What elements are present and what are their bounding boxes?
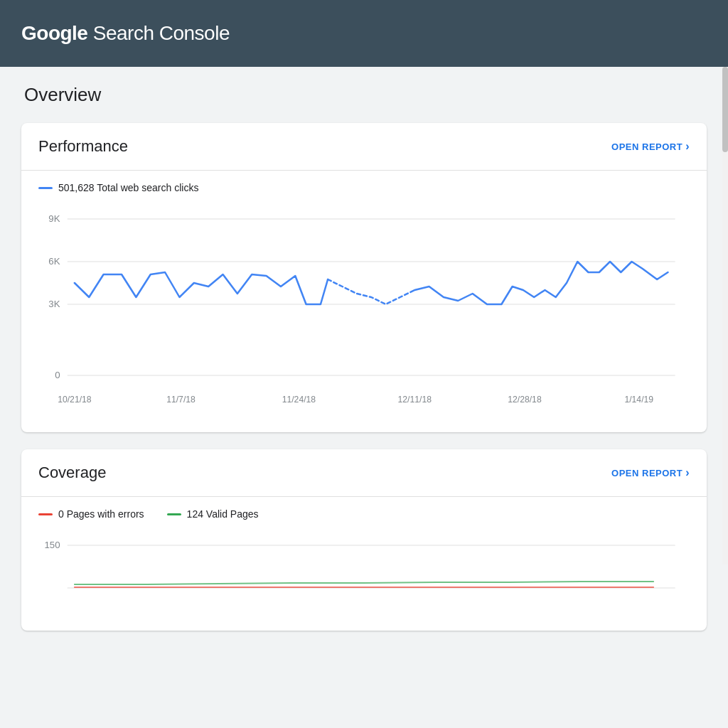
performance-legend-item: 501,628 Total web search clicks xyxy=(38,182,198,193)
performance-open-report-label: OPEN REPORT xyxy=(611,141,682,152)
svg-text:6K: 6K xyxy=(48,256,60,267)
svg-text:10/21/18: 10/21/18 xyxy=(58,395,92,405)
coverage-valid-line-icon xyxy=(167,513,181,515)
coverage-card: Coverage OPEN REPORT › 0 Pages with erro… xyxy=(21,449,707,631)
performance-card-header: Performance OPEN REPORT › xyxy=(21,123,707,171)
svg-text:150: 150 xyxy=(44,540,60,550)
performance-legend: 501,628 Total web search clicks xyxy=(21,171,707,199)
coverage-open-report-link[interactable]: OPEN REPORT › xyxy=(611,466,690,479)
coverage-legend: 0 Pages with errors 124 Valid Pages xyxy=(21,497,707,525)
coverage-card-title: Coverage xyxy=(38,464,106,482)
coverage-errors-legend-item: 0 Pages with errors xyxy=(38,508,144,520)
app-header: Google Search Console xyxy=(0,0,728,67)
page-content: Overview Performance OPEN REPORT › 501,6… xyxy=(0,67,728,665)
coverage-valid-label: 124 Valid Pages xyxy=(187,508,259,520)
svg-text:11/24/18: 11/24/18 xyxy=(282,395,316,405)
coverage-open-report-label: OPEN REPORT xyxy=(611,468,682,478)
coverage-chevron-icon: › xyxy=(685,466,690,479)
svg-text:12/28/18: 12/28/18 xyxy=(508,395,542,405)
svg-text:3K: 3K xyxy=(48,299,60,309)
performance-card: Performance OPEN REPORT › 501,628 Total … xyxy=(21,123,707,432)
page-title: Overview xyxy=(21,84,707,106)
scrollbar[interactable] xyxy=(722,67,728,564)
performance-chevron-icon: › xyxy=(685,140,690,153)
coverage-chart: 150 xyxy=(38,531,690,616)
svg-text:9K: 9K xyxy=(48,213,60,224)
performance-legend-line-icon xyxy=(38,187,53,189)
svg-text:1/14/19: 1/14/19 xyxy=(624,395,653,405)
title-rest: Search Console xyxy=(87,22,230,44)
app-title: Google Search Console xyxy=(21,22,230,45)
coverage-chart-container: 150 xyxy=(21,525,707,631)
coverage-errors-line-icon xyxy=(38,513,53,515)
svg-text:12/11/18: 12/11/18 xyxy=(397,395,432,405)
svg-text:0: 0 xyxy=(55,370,60,380)
title-google: Google xyxy=(21,22,87,44)
performance-legend-label: 501,628 Total web search clicks xyxy=(58,182,198,193)
performance-open-report-link[interactable]: OPEN REPORT › xyxy=(611,140,690,153)
coverage-card-header: Coverage OPEN REPORT › xyxy=(21,449,707,497)
performance-chart: 9K 6K 3K 0 10/21/18 11/7/18 11/24/18 12/… xyxy=(38,205,690,418)
coverage-valid-legend-item: 124 Valid Pages xyxy=(167,508,259,520)
coverage-errors-label: 0 Pages with errors xyxy=(58,508,144,520)
performance-chart-container: 9K 6K 3K 0 10/21/18 11/7/18 11/24/18 12/… xyxy=(21,199,707,432)
performance-card-title: Performance xyxy=(38,137,128,156)
svg-text:11/7/18: 11/7/18 xyxy=(166,395,196,405)
scrollbar-thumb[interactable] xyxy=(722,67,728,152)
